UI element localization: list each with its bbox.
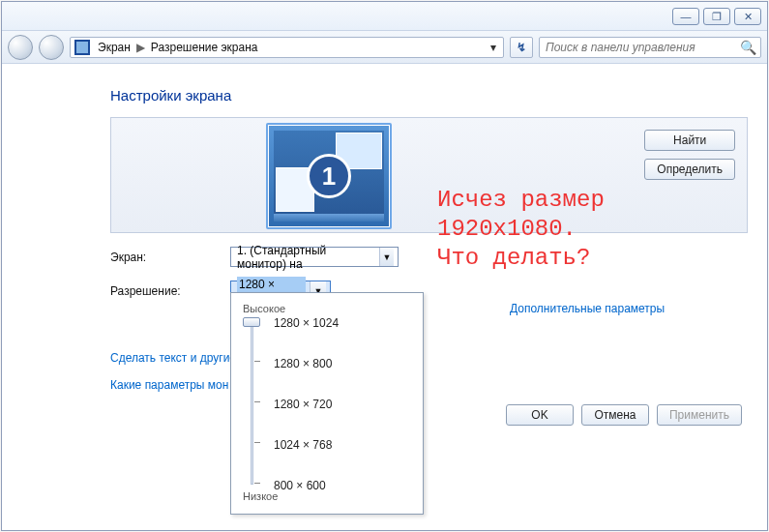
nav-toolbar: Экран ▶ Разрешение экрана ▾ ↯ 🔍 <box>2 31 767 64</box>
title-bar: — ❐ ✕ <box>2 2 767 31</box>
user-annotation: Исчез размер 1920x1080. Что делать? <box>437 186 605 273</box>
minimize-button[interactable]: — <box>672 8 699 25</box>
text-size-link[interactable]: Сделать текст и другие <box>110 351 748 365</box>
slider-label-high: Высокое <box>243 303 415 314</box>
identify-button[interactable]: Определить <box>644 159 735 180</box>
resolution-option-3[interactable]: 1024 × 768 <box>274 438 332 452</box>
screen-combo[interactable]: 1. (Стандартный монитор) на ▼ <box>230 247 399 267</box>
chevron-down-icon: ▼ <box>379 248 394 266</box>
address-bar[interactable]: Экран ▶ Разрешение экрана ▾ <box>70 37 504 58</box>
monitor-number-badge: 1 <box>307 154 351 198</box>
search-input[interactable] <box>544 40 740 55</box>
slider-label-low: Низкое <box>243 490 415 502</box>
monitor-preview-box: 1 Найти Определить <box>110 117 748 233</box>
ok-button[interactable]: OK <box>506 404 574 426</box>
refresh-button[interactable]: ↯ <box>510 37 533 58</box>
breadcrumb-item-2[interactable]: Разрешение экрана <box>147 41 262 54</box>
screen-combo-value: 1. (Стандартный монитор) на <box>237 244 375 271</box>
search-icon[interactable]: 🔍 <box>740 40 756 55</box>
control-panel-icon <box>74 40 90 55</box>
help-link[interactable]: Какие параметры мон <box>110 378 748 392</box>
advanced-settings-link[interactable]: Дополнительные параметры <box>510 302 665 315</box>
forward-button[interactable] <box>39 35 64 60</box>
page-title: Настройки экрана <box>110 87 748 103</box>
cancel-button[interactable]: Отмена <box>581 404 649 426</box>
close-button[interactable]: ✕ <box>734 8 761 25</box>
resolution-option-2[interactable]: 1280 × 720 <box>274 398 332 411</box>
search-box[interactable]: 🔍 <box>539 37 761 58</box>
breadcrumb-sep: ▶ <box>134 41 147 54</box>
label-screen: Экран: <box>110 251 230 264</box>
left-padding <box>2 64 110 530</box>
resolution-option-4[interactable]: 800 × 600 <box>274 479 326 492</box>
refresh-icon: ↯ <box>517 41 526 54</box>
resolution-option-0[interactable]: 1280 × 1024 <box>274 316 339 330</box>
find-button[interactable]: Найти <box>644 130 735 151</box>
resolution-slider-track[interactable] <box>243 320 260 485</box>
maximize-button[interactable]: ❐ <box>703 8 730 25</box>
resolution-slider-popup: Высокое 1280 × 1024 1280 × 800 1280 × 72… <box>230 292 424 515</box>
dialog-buttons: OK Отмена Применить <box>506 404 742 426</box>
window-frame: — ❐ ✕ Экран ▶ Разрешение экрана ▾ ↯ 🔍 На… <box>1 1 768 531</box>
apply-button[interactable]: Применить <box>657 404 742 426</box>
monitor-thumbnail[interactable]: 1 <box>266 123 392 229</box>
label-resolution: Разрешение: <box>110 284 230 298</box>
back-button[interactable] <box>8 35 33 60</box>
resolution-option-1[interactable]: 1280 × 800 <box>274 357 332 370</box>
content: Настройки экрана 1 Найти Определить Экра… <box>110 64 767 530</box>
address-dropdown-icon[interactable]: ▾ <box>486 41 501 54</box>
breadcrumb-item-1[interactable]: Экран <box>94 41 134 54</box>
slider-thumb[interactable] <box>243 317 260 327</box>
